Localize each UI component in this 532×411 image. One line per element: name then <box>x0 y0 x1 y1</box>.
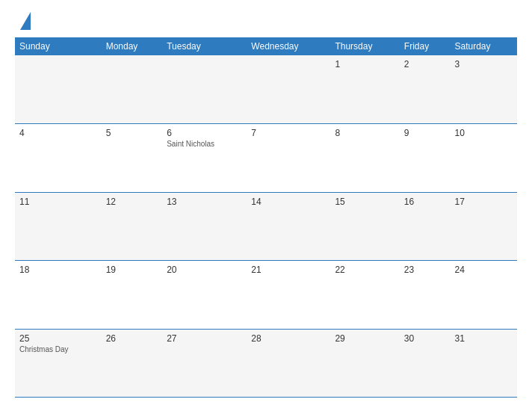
day-number: 16 <box>404 197 446 207</box>
calendar-week-row: 18192021222324 <box>15 261 517 330</box>
calendar-cell: 23 <box>400 261 451 330</box>
calendar-cell: 8 <box>330 124 399 193</box>
day-number: 18 <box>19 265 97 275</box>
calendar-cell: 16 <box>400 192 451 261</box>
calendar-cell: 27 <box>162 329 247 398</box>
day-number: 23 <box>404 265 446 275</box>
day-number: 20 <box>167 265 242 275</box>
calendar-cell: 7 <box>247 124 330 193</box>
calendar-weekday-saturday: Saturday <box>450 37 517 55</box>
calendar-cell <box>15 55 102 124</box>
day-number: 4 <box>19 128 97 138</box>
day-number: 11 <box>19 197 97 207</box>
day-number: 10 <box>454 128 513 138</box>
day-number: 31 <box>454 333 513 344</box>
calendar-week-row: 123 <box>15 55 517 124</box>
calendar-cell: 10 <box>450 124 517 193</box>
calendar-weekday-monday: Monday <box>102 37 163 55</box>
calendar-weekday-sunday: Sunday <box>15 37 102 55</box>
calendar-cell: 20 <box>162 261 247 330</box>
calendar-cell <box>247 55 330 124</box>
calendar-table: SundayMondayTuesdayWednesdayThursdayFrid… <box>15 37 517 398</box>
calendar-week-row: 25Christmas Day262728293031 <box>15 329 517 398</box>
calendar-cell: 5 <box>102 124 163 193</box>
calendar-cell <box>102 55 163 124</box>
calendar-cell: 17 <box>450 192 517 261</box>
day-number: 28 <box>251 333 326 344</box>
calendar-cell: 22 <box>330 261 399 330</box>
calendar-week-row: 11121314151617 <box>15 192 517 261</box>
calendar-cell: 6Saint Nicholas <box>162 124 247 193</box>
calendar-cell: 21 <box>247 261 330 330</box>
day-number: 7 <box>251 128 326 138</box>
day-number: 26 <box>106 333 158 344</box>
calendar-cell: 29 <box>330 329 399 398</box>
calendar-cell: 13 <box>162 192 247 261</box>
calendar-cell: 15 <box>330 192 399 261</box>
day-number: 30 <box>404 333 446 344</box>
day-number: 6 <box>167 128 242 138</box>
day-number: 3 <box>454 59 513 69</box>
day-number: 1 <box>335 59 395 69</box>
day-number: 15 <box>335 197 395 207</box>
calendar-cell: 31 <box>450 329 517 398</box>
calendar-cell: 1 <box>330 55 399 124</box>
calendar-cell: 11 <box>15 192 102 261</box>
calendar-weekday-thursday: Thursday <box>330 37 399 55</box>
day-number: 21 <box>251 265 326 275</box>
day-number: 13 <box>167 197 242 207</box>
day-number: 24 <box>454 265 513 275</box>
calendar-cell: 4 <box>15 124 102 193</box>
event-label: Saint Nicholas <box>167 140 242 148</box>
event-label: Christmas Day <box>19 345 97 353</box>
day-number: 9 <box>404 128 446 138</box>
calendar-weekday-wednesday: Wednesday <box>247 37 330 55</box>
calendar-cell: 9 <box>400 124 451 193</box>
calendar-cell: 30 <box>400 329 451 398</box>
calendar-weekday-tuesday: Tuesday <box>162 37 247 55</box>
calendar-cell: 14 <box>247 192 330 261</box>
calendar-cell: 26 <box>102 329 163 398</box>
calendar-cell: 25Christmas Day <box>15 329 102 398</box>
day-number: 14 <box>251 197 326 207</box>
page-header <box>15 13 517 30</box>
day-number: 22 <box>335 265 395 275</box>
calendar-cell: 3 <box>450 55 517 124</box>
calendar-cell <box>162 55 247 124</box>
calendar-header-row: SundayMondayTuesdayWednesdayThursdayFrid… <box>15 37 517 55</box>
calendar-cell: 18 <box>15 261 102 330</box>
day-number: 2 <box>404 59 446 69</box>
day-number: 29 <box>335 333 395 344</box>
day-number: 17 <box>454 197 513 207</box>
day-number: 19 <box>106 265 158 275</box>
day-number: 27 <box>167 333 242 344</box>
calendar-week-row: 456Saint Nicholas78910 <box>15 124 517 193</box>
calendar-cell: 28 <box>247 329 330 398</box>
calendar-cell: 24 <box>450 261 517 330</box>
calendar-cell: 19 <box>102 261 163 330</box>
day-number: 25 <box>19 333 97 344</box>
calendar-weekday-friday: Friday <box>400 37 451 55</box>
calendar-cell: 12 <box>102 192 163 261</box>
day-number: 5 <box>106 128 158 138</box>
day-number: 12 <box>106 197 158 207</box>
calendar-cell: 2 <box>400 55 451 124</box>
day-number: 8 <box>335 128 395 138</box>
logo-triangle-icon <box>20 12 31 30</box>
logo <box>15 13 31 30</box>
